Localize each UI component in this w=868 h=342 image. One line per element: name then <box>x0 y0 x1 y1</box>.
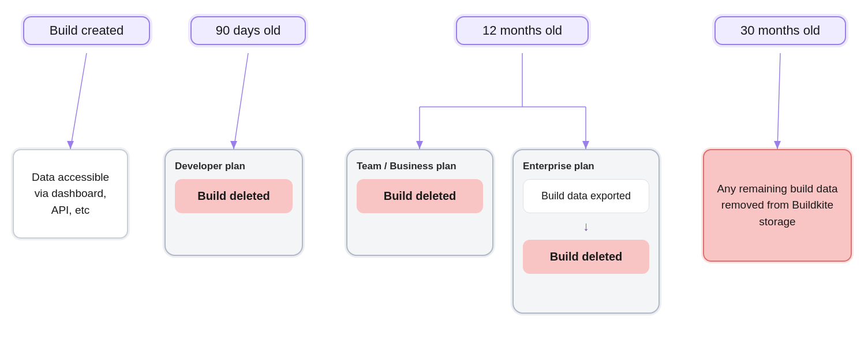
svg-marker-8 <box>230 141 237 149</box>
svg-line-0 <box>70 53 87 149</box>
enterprise-build-exported: Build data exported <box>523 179 649 213</box>
svg-marker-10 <box>582 141 589 149</box>
data-accessible-text: Data accessible via dashboard, API, etc <box>25 169 115 219</box>
svg-line-6 <box>777 53 780 149</box>
card-any-remaining: Any remaining build data removed from Bu… <box>703 149 852 262</box>
card-developer-plan: Developer plan Build deleted <box>164 149 303 256</box>
badge-90-days: 90 days old <box>190 16 306 45</box>
team-build-deleted: Build deleted <box>357 179 483 213</box>
card-team-plan: Team / Business plan Build deleted <box>346 149 493 256</box>
card-enterprise-plan: Enterprise plan Build data exported ↓ Bu… <box>512 149 660 314</box>
svg-marker-9 <box>416 141 423 149</box>
diagram: Build created 90 days old 12 months old … <box>0 0 868 342</box>
developer-plan-title: Developer plan <box>175 161 245 172</box>
svg-line-1 <box>234 53 248 149</box>
enterprise-build-deleted: Build deleted <box>523 240 649 274</box>
badge-12-months: 12 months old <box>456 16 589 45</box>
badge-build-created: Build created <box>23 16 150 45</box>
any-remaining-text: Any remaining build data removed from Bu… <box>716 181 839 231</box>
team-plan-title: Team / Business plan <box>357 161 457 172</box>
svg-marker-7 <box>67 141 74 149</box>
enterprise-plan-title: Enterprise plan <box>523 161 594 172</box>
enterprise-arrow-icon: ↓ <box>583 220 589 233</box>
badge-30-months: 30 months old <box>714 16 846 45</box>
card-data-accessible: Data accessible via dashboard, API, etc <box>13 149 128 239</box>
svg-marker-11 <box>774 141 781 149</box>
developer-build-deleted: Build deleted <box>175 179 293 213</box>
